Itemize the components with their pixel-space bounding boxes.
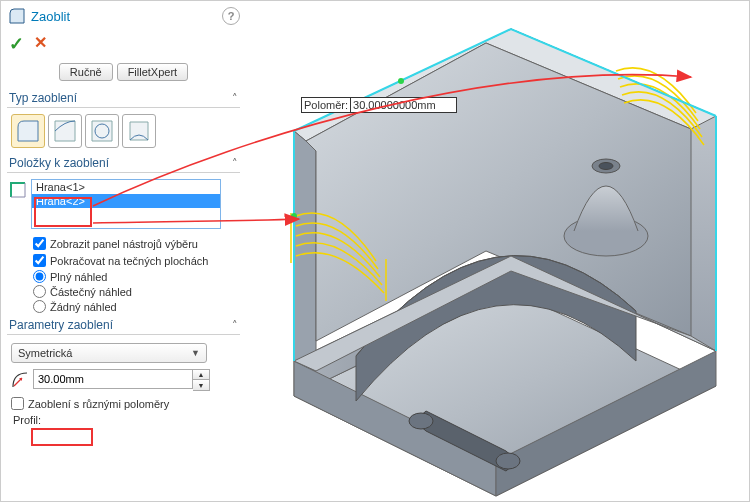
svg-point-16 xyxy=(496,453,520,469)
radius-input[interactable] xyxy=(33,369,193,389)
fillet-type-full-round-button[interactable] xyxy=(122,114,156,148)
svg-point-19 xyxy=(291,213,297,219)
checkbox-show-toolbar[interactable]: Zobrazit panel nástrojů výběru xyxy=(33,235,240,252)
radius-row: ▲ ▼ xyxy=(11,363,240,395)
mode-tabs: Ručně FilletXpert xyxy=(7,61,240,87)
collapse-items-icon[interactable]: ˄ xyxy=(232,157,238,170)
spin-up-button[interactable]: ▲ xyxy=(193,370,209,380)
divider xyxy=(7,172,240,173)
params-block: Symetrická ▼ ▲ ▼ Zaoblení s různými polo… xyxy=(7,339,240,412)
fillet-type-row xyxy=(7,112,240,152)
tab-filletxpert[interactable]: FilletXpert xyxy=(117,63,189,81)
edge-selection-icon xyxy=(9,181,27,199)
radio-no-preview-input[interactable] xyxy=(33,300,46,313)
checkbox-vary-radius-label: Zaoblení s různými poloměry xyxy=(28,398,169,410)
spin-down-button[interactable]: ▼ xyxy=(193,380,209,390)
checkbox-vary-radius-input[interactable] xyxy=(11,397,24,410)
list-item[interactable]: Hrana<1> xyxy=(32,180,220,194)
fillet-type-variable-button[interactable] xyxy=(48,114,82,148)
radio-partial-preview[interactable]: Částečný náhled xyxy=(33,284,240,299)
svg-point-14 xyxy=(599,163,613,170)
spin-buttons: ▲ ▼ xyxy=(193,369,210,391)
items-options: Zobrazit panel nástrojů výběru Pokračova… xyxy=(7,235,240,314)
profile-label: Profil: xyxy=(7,412,240,426)
items-block: Hrana<1> Hrana<2> xyxy=(7,177,240,235)
caret-down-icon: ▼ xyxy=(191,348,200,358)
checkbox-tangent-input[interactable] xyxy=(33,254,46,267)
panel-header: Zaoblit ? xyxy=(7,1,240,29)
symmetry-select[interactable]: Symetrická ▼ xyxy=(11,343,207,363)
section-title-type: Typ zaoblení xyxy=(9,91,77,105)
help-icon[interactable]: ? xyxy=(222,7,240,25)
divider xyxy=(7,334,240,335)
section-header-params: Parametry zaoblení ˄ xyxy=(7,314,240,334)
symmetry-select-value: Symetrická xyxy=(18,347,72,359)
radius-callout-value[interactable]: 30.00000000mm xyxy=(351,98,456,112)
radio-full-preview-label: Plný náhled xyxy=(50,271,108,283)
checkbox-tangent[interactable]: Pokračovat na tečných plochách xyxy=(33,252,240,269)
collapse-params-icon[interactable]: ˄ xyxy=(232,319,238,332)
checkbox-show-toolbar-label: Zobrazit panel nástrojů výběru xyxy=(50,238,198,250)
checkbox-vary-radius[interactable]: Zaoblení s různými poloměry xyxy=(11,395,240,412)
radio-full-preview[interactable]: Plný náhled xyxy=(33,269,240,284)
radio-no-preview-label: Žádný náhled xyxy=(50,301,117,313)
divider xyxy=(7,107,240,108)
section-title-params: Parametry zaoblení xyxy=(9,318,113,332)
model-svg xyxy=(246,1,750,502)
radius-callout-label: Poloměr: xyxy=(302,98,351,112)
list-item[interactable]: Hrana<2> xyxy=(32,194,220,208)
fillet-feature-icon xyxy=(7,6,27,26)
radio-partial-preview-label: Částečný náhled xyxy=(50,286,132,298)
svg-point-15 xyxy=(409,413,433,429)
section-header-items: Položky k zaoblení ˄ xyxy=(7,152,240,172)
confirm-row: ✓ ✕ xyxy=(7,29,240,61)
fillet-type-constant-button[interactable] xyxy=(11,114,45,148)
collapse-type-icon[interactable]: ˄ xyxy=(232,92,238,105)
radius-callout[interactable]: Poloměr: 30.00000000mm xyxy=(301,97,457,113)
tab-manual[interactable]: Ručně xyxy=(59,63,113,81)
svg-point-20 xyxy=(398,78,404,84)
property-manager-panel: Zaoblit ? ✓ ✕ Ručně FilletXpert Typ zaob… xyxy=(1,1,246,502)
section-title-items: Položky k zaoblení xyxy=(9,156,109,170)
radius-icon xyxy=(11,371,29,389)
edges-listbox[interactable]: Hrana<1> Hrana<2> xyxy=(31,179,221,229)
radius-spin-input[interactable]: ▲ ▼ xyxy=(33,369,210,391)
graphics-viewport[interactable]: Poloměr: 30.00000000mm xyxy=(246,1,750,502)
radio-no-preview[interactable]: Žádný náhled xyxy=(33,299,240,314)
fillet-type-face-button[interactable] xyxy=(85,114,119,148)
section-header-type: Typ zaoblení ˄ xyxy=(7,87,240,107)
radio-partial-preview-input[interactable] xyxy=(33,285,46,298)
cancel-button[interactable]: ✕ xyxy=(34,33,47,55)
svg-marker-9 xyxy=(294,131,316,371)
radio-full-preview-input[interactable] xyxy=(33,270,46,283)
ok-button[interactable]: ✓ xyxy=(9,33,24,55)
checkbox-tangent-label: Pokračovat na tečných plochách xyxy=(50,255,208,267)
panel-title: Zaoblit xyxy=(31,9,222,24)
checkbox-show-toolbar-input[interactable] xyxy=(33,237,46,250)
